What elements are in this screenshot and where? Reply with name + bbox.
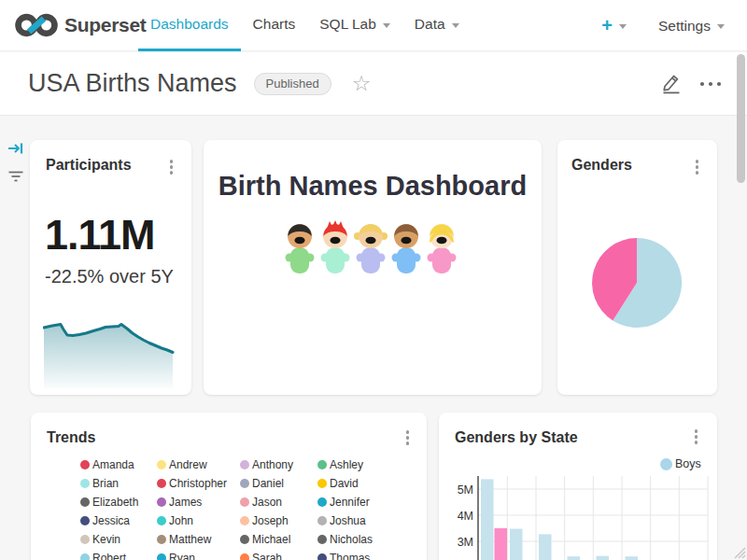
legend-label: Ryan — [169, 552, 195, 560]
chevron-down-icon — [383, 23, 390, 28]
legend-item-joseph[interactable]: Joseph — [240, 511, 317, 530]
bar-boys — [568, 556, 581, 560]
kid-figure — [392, 224, 421, 273]
legend-dot-icon — [240, 553, 249, 560]
legend-item-jennifer[interactable]: Jennifer — [317, 493, 406, 511]
legend-item-sarah[interactable]: Sarah — [240, 549, 317, 560]
legend-dot-icon — [317, 460, 327, 469]
legend-item-boys[interactable]: Boys — [660, 457, 701, 470]
card-menu-kebab-icon[interactable] — [406, 430, 410, 445]
bar-boys — [539, 534, 552, 560]
nav-item-data[interactable]: Data — [402, 0, 472, 51]
chevron-down-icon — [717, 24, 725, 29]
legend-item-david[interactable]: David — [317, 474, 406, 493]
legend-item-matthew[interactable]: Matthew — [157, 530, 240, 549]
filter-icon[interactable] — [7, 168, 24, 185]
bar-boys — [597, 556, 610, 560]
bar-boys — [510, 529, 523, 560]
kid-figure — [428, 224, 457, 273]
kid-figure — [321, 220, 350, 273]
legend-dot-icon — [317, 553, 327, 560]
vertical-scrollbar[interactable] — [737, 54, 745, 183]
published-badge[interactable]: Published — [254, 73, 331, 95]
more-ellipsis-icon[interactable] — [698, 80, 723, 88]
superset-logo[interactable]: Superset — [15, 11, 146, 39]
legend-dot-icon — [317, 516, 327, 525]
chevron-down-icon — [619, 24, 627, 29]
legend-label: Kevin — [92, 533, 120, 546]
legend-label: Boys — [675, 457, 701, 470]
legend-item-kevin[interactable]: Kevin — [80, 530, 157, 549]
genders-by-state-bar-chart[interactable]: 5M4M3M — [458, 474, 717, 560]
participants-trend-chart[interactable] — [43, 304, 179, 388]
bar-boys — [626, 556, 639, 560]
favorite-star-icon[interactable]: ☆ — [352, 73, 372, 94]
legend-item-amanda[interactable]: Amanda — [80, 455, 157, 474]
y-axis-tick: 4M — [458, 510, 473, 523]
legend-label: Matthew — [169, 533, 211, 546]
legend-label: Joshua — [330, 514, 366, 527]
markdown-heading: Birth Names Dashboard — [204, 171, 542, 202]
legend-item-jason[interactable]: Jason — [240, 493, 317, 511]
card-participants: Participants 1.11M -22.5% over 5Y — [30, 140, 191, 395]
legend-label: Anthony — [252, 458, 293, 471]
settings-menu[interactable]: Settings — [658, 18, 725, 35]
legend-item-brian[interactable]: Brian — [80, 474, 157, 493]
nav-item-dashboards[interactable]: Dashboards — [138, 0, 241, 51]
superset-infinity-icon — [15, 11, 58, 39]
card-menu-kebab-icon[interactable] — [696, 160, 699, 175]
nav-item-charts[interactable]: Charts — [241, 0, 308, 51]
legend-label: James — [169, 496, 202, 509]
card-resize-handle[interactable] — [729, 542, 746, 559]
legend-label: John — [169, 514, 193, 527]
expand-filter-bar-icon[interactable] — [7, 140, 24, 157]
new-button[interactable]: + — [601, 15, 627, 36]
nav-right-group: + Settings — [601, 0, 725, 51]
legend-item-james[interactable]: James — [157, 493, 240, 511]
legend-label: Thomas — [330, 552, 370, 560]
nav-item-label: SQL Lab — [319, 16, 376, 33]
legend-item-andrew[interactable]: Andrew — [157, 455, 240, 474]
card-markdown: Birth Names Dashboard — [204, 140, 542, 395]
legend-item-ashley[interactable]: Ashley — [317, 455, 406, 474]
legend-label: Robert — [92, 552, 126, 560]
nav-item-sql-lab[interactable]: SQL Lab — [307, 0, 402, 51]
legend-item-thomas[interactable]: Thomas — [317, 549, 406, 560]
legend-dot-icon — [317, 535, 327, 544]
legend-item-daniel[interactable]: Daniel — [240, 474, 317, 493]
legend-label: Elizabeth — [92, 496, 138, 509]
legend-item-ryan[interactable]: Ryan — [157, 549, 240, 560]
legend-item-john[interactable]: John — [157, 511, 240, 530]
nav-item-label: Charts — [253, 16, 296, 33]
legend-dot-icon — [157, 479, 166, 488]
y-axis-tick: 3M — [458, 536, 473, 549]
legend-label: Daniel — [252, 477, 284, 490]
legend-dot-icon — [660, 458, 672, 470]
kid-figure — [354, 224, 388, 273]
legend-label: David — [330, 477, 359, 490]
legend-item-christopher[interactable]: Christopher — [157, 474, 240, 493]
legend-item-elizabeth[interactable]: Elizabeth — [80, 493, 157, 511]
main-nav: DashboardsChartsSQL LabData — [138, 0, 472, 51]
legend-item-nicholas[interactable]: Nicholas — [317, 530, 406, 549]
card-menu-kebab-icon[interactable] — [170, 160, 174, 175]
legend-label: Michael — [252, 533, 290, 546]
legend-item-anthony[interactable]: Anthony — [240, 455, 317, 474]
y-axis-tick: 5M — [458, 483, 473, 497]
legend-dot-icon — [157, 516, 166, 525]
legend-item-michael[interactable]: Michael — [240, 530, 317, 549]
edit-pencil-icon[interactable] — [661, 73, 682, 94]
legend-item-robert[interactable]: Robert — [80, 549, 157, 560]
legend-dot-icon — [157, 535, 166, 544]
legend-dot-icon — [157, 553, 166, 560]
legend-dot-icon — [240, 535, 249, 544]
card-menu-kebab-icon[interactable] — [695, 429, 698, 444]
genders-pie-chart[interactable] — [592, 238, 682, 328]
legend-item-joshua[interactable]: Joshua — [317, 511, 406, 530]
legend-dot-icon — [240, 497, 249, 507]
card-title: Genders — [571, 157, 632, 174]
header-actions — [661, 73, 723, 94]
trends-legend: AmandaAndrewAnthonyAshleyBrianChristophe… — [80, 455, 406, 560]
card-title: Genders by State — [455, 429, 578, 446]
legend-item-jessica[interactable]: Jessica — [80, 511, 157, 530]
